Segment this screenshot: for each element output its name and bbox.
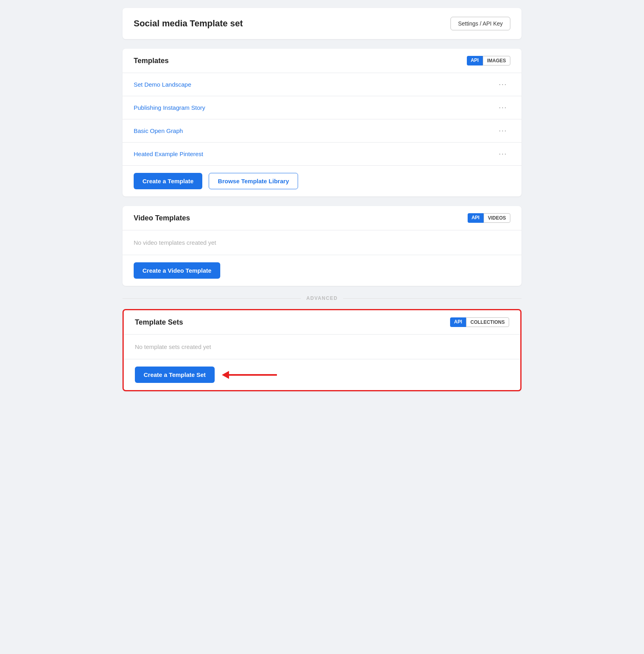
template-item: Publishing Instagram Story ··· bbox=[122, 96, 522, 119]
page-title: Social media Template set bbox=[134, 18, 243, 29]
video-badge-group: API VIDEOS bbox=[468, 213, 510, 223]
red-arrow-line bbox=[229, 374, 277, 376]
create-template-button[interactable]: Create a Template bbox=[134, 173, 202, 189]
settings-api-key-button[interactable]: Settings / API Key bbox=[450, 17, 510, 30]
templates-section-header: Templates API IMAGES bbox=[122, 49, 522, 73]
template-menu-dots-2[interactable]: ··· bbox=[496, 125, 510, 137]
template-name-pinterest[interactable]: Heated Example Pinterest bbox=[134, 151, 203, 157]
video-actions-row: Create a Video Template bbox=[122, 255, 522, 286]
header-card: Social media Template set Settings / API… bbox=[122, 8, 522, 39]
templates-section-title: Templates bbox=[134, 57, 169, 65]
template-sets-actions-row: Create a Template Set bbox=[124, 359, 520, 390]
template-sets-collections-badge: COLLECTIONS bbox=[466, 317, 509, 327]
red-arrow-head bbox=[222, 371, 229, 379]
video-videos-badge: VIDEOS bbox=[484, 213, 510, 223]
template-menu-dots-1[interactable]: ··· bbox=[496, 102, 510, 113]
template-sets-empty-state: No template sets created yet bbox=[124, 335, 520, 359]
template-item: Heated Example Pinterest ··· bbox=[122, 143, 522, 166]
templates-section: Templates API IMAGES Set Demo Landscape … bbox=[122, 49, 522, 196]
template-menu-dots-3[interactable]: ··· bbox=[496, 148, 510, 160]
advanced-divider: ADVANCED bbox=[122, 295, 522, 301]
video-api-badge: API bbox=[468, 213, 484, 223]
video-section-header: Video Templates API VIDEOS bbox=[122, 206, 522, 230]
video-empty-state: No video templates created yet bbox=[122, 230, 522, 255]
template-name-instagram[interactable]: Publishing Instagram Story bbox=[134, 104, 205, 111]
template-sets-api-badge: API bbox=[450, 317, 466, 327]
video-section-title: Video Templates bbox=[134, 214, 190, 222]
template-sets-section-header: Template Sets API COLLECTIONS bbox=[124, 310, 520, 335]
red-arrow-annotation bbox=[222, 371, 277, 379]
browse-template-library-button[interactable]: Browse Template Library bbox=[209, 173, 298, 189]
template-sets-badge-group: API COLLECTIONS bbox=[450, 317, 509, 327]
template-item: Set Demo Landscape ··· bbox=[122, 73, 522, 96]
template-sets-section: Template Sets API COLLECTIONS No templat… bbox=[122, 309, 522, 391]
templates-badge-group: API IMAGES bbox=[467, 56, 510, 65]
template-name-basic-og[interactable]: Basic Open Graph bbox=[134, 127, 183, 134]
templates-images-badge: IMAGES bbox=[483, 56, 510, 65]
template-sets-title: Template Sets bbox=[135, 318, 183, 327]
create-template-set-arrow-row: Create a Template Set bbox=[135, 367, 277, 383]
create-template-set-button[interactable]: Create a Template Set bbox=[135, 367, 215, 383]
templates-actions-row: Create a Template Browse Template Librar… bbox=[122, 166, 522, 196]
templates-api-badge: API bbox=[467, 56, 483, 65]
template-item: Basic Open Graph ··· bbox=[122, 119, 522, 143]
template-menu-dots-0[interactable]: ··· bbox=[496, 79, 510, 90]
template-name-set-demo[interactable]: Set Demo Landscape bbox=[134, 81, 191, 88]
video-templates-section: Video Templates API VIDEOS No video temp… bbox=[122, 206, 522, 286]
create-video-template-button[interactable]: Create a Video Template bbox=[134, 262, 220, 279]
